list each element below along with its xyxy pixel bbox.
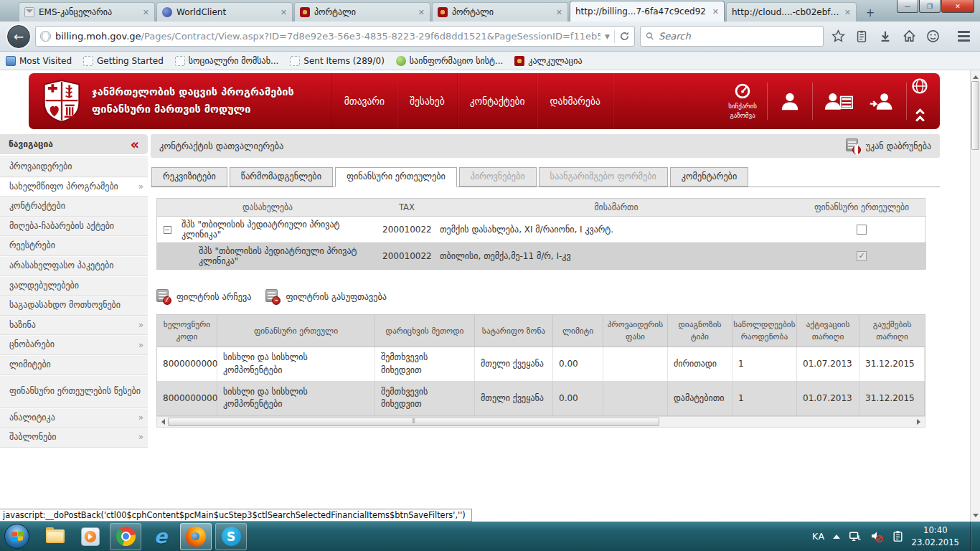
bookmark-item[interactable]: კალკულაცია [514,56,582,66]
scroll-up-arrow[interactable] [971,70,980,80]
bookmark-item[interactable]: სოციალური მომსახ... [175,56,279,66]
filter-clear-label: ფილტრის გასუფთავება [286,292,387,302]
downloads-icon[interactable] [876,27,895,46]
tab-close-icon[interactable] [556,8,562,17]
column-header: დასახელება [157,199,378,217]
search-input[interactable] [659,31,818,42]
tab-close-icon[interactable] [844,8,851,17]
back-doc-icon [846,138,861,154]
taskbar-media-player-button[interactable] [75,523,106,550]
new-tab-button[interactable] [861,4,880,22]
scrollbar-thumb[interactable] [168,418,659,426]
tab-representatives[interactable]: წარმომადგენლები [230,167,333,187]
sidebar-item-contracts[interactable]: კონტრაქტები [0,197,148,217]
network-icon[interactable] [848,530,862,543]
language-indicator[interactable]: KA [812,531,825,542]
horizontal-scrollbar[interactable] [156,416,925,428]
skype-icon: S [222,527,241,546]
taskbar-firefox-button[interactable] [180,523,212,550]
start-button[interactable] [4,524,29,549]
collapse-row-icon[interactable] [164,226,171,234]
profile-button[interactable] [768,90,812,112]
taskbar-ie-button[interactable]: e [145,523,176,550]
maximize-button[interactable] [919,0,941,13]
financial-units-checkbox[interactable] [857,225,867,235]
sidebar-item-financial-unit-rules[interactable]: ფინანსური ერთეულების წესები [0,375,148,408]
bookmark-item[interactable]: Getting Started [83,56,164,66]
bookmark-item[interactable]: Sent Items (289/0) [290,56,384,66]
nav-contacts[interactable]: კონტაქტები [458,73,538,129]
browser-tab[interactable]: http://cloud....-cb02ebf31f7c [726,2,857,22]
sidebar-item-liabilities[interactable]: ვალდებულებები [0,276,148,296]
collapse-sidebar-icon[interactable] [131,138,139,151]
tab-close-icon[interactable] [712,7,719,17]
tab-close-icon[interactable] [281,8,287,17]
bookmark-item[interactable]: Most Visited [6,56,72,66]
volume-muted-icon[interactable] [870,529,884,543]
filter-clear-button[interactable]: ფილტრის გასუფთავება [265,289,387,305]
clock-date: 23.02.2015 [912,537,959,549]
scroll-down-arrow[interactable] [971,512,980,522]
scroll-left-arrow[interactable] [157,418,166,426]
tab-comments[interactable]: კომენტარები [670,167,748,187]
filter-select-icon [156,289,171,305]
close-button[interactable] [941,0,974,13]
minimize-button[interactable] [897,0,918,13]
back-button[interactable] [7,25,30,48]
taskbar-skype-button[interactable]: S [215,523,247,550]
url-text[interactable]: billing.moh.gov.ge/Pages/Contract/View.a… [55,31,600,42]
url-dropdown-icon[interactable] [605,33,610,40]
scroll-top-button[interactable] [917,110,923,123]
tab-close-icon[interactable] [418,8,425,17]
nav-home[interactable]: მთავარი [331,73,397,129]
bookmark-item[interactable]: საინფორმაციო სისტ... [396,56,503,66]
filter-toolbar: ფილტრის არჩევა ფილტრის გასუფთავება [156,289,934,305]
tab-requisites[interactable]: რეკვიზიტები [151,167,227,187]
status-bar: javascript:__doPostBack('ctl00$cphConten… [0,509,472,522]
browser-tab[interactable]: WorldClient [156,2,293,22]
sidebar-item-treasury[interactable]: ხაზინა [0,316,148,336]
go-back-button[interactable]: უკან დაბრუნება [846,138,931,154]
browser-tab[interactable]: პორტალი [432,2,568,22]
scrollbar-thumb[interactable] [971,81,979,150]
sidebar-item-templates[interactable]: შაბლონები [0,428,148,448]
taskbar-chrome-button[interactable] [110,523,141,550]
sidebar-item-acceptance-acts[interactable]: მიღება-ჩაბარების აქტები [0,217,148,237]
user-details-button[interactable] [813,90,864,112]
filter-select-button[interactable]: ფილტრის არჩევა [156,289,251,305]
search-box[interactable] [640,26,824,47]
reload-icon[interactable] [619,31,630,42]
show-hidden-icons-arrow[interactable] [833,531,840,539]
scroll-right-arrow[interactable] [915,418,925,426]
home-icon[interactable] [900,27,918,46]
bookmarks-panel-icon[interactable] [852,27,871,46]
tab-financial-units[interactable]: ფინანსური ერთეულები [335,167,457,187]
menu-icon[interactable] [954,27,973,46]
action-center-icon[interactable] [892,530,904,543]
sidebar-item-analytics[interactable]: ანალიტიკა [0,408,148,428]
nav-about[interactable]: შესახებ [397,73,458,129]
sidebar-item-nonsalary-packages[interactable]: არასახელფასო პაკეტები [0,256,148,276]
browser-tab[interactable]: პორტალი [294,2,430,22]
taskbar-explorer-button[interactable] [39,523,71,550]
sidebar-item-limits[interactable]: ლიმიტები [0,355,148,375]
browser-tab[interactable]: EMS-კანცელარია [19,2,155,22]
language-globe-icon[interactable] [911,77,928,95]
sidebar-item-state-programs[interactable]: სახელმწიფო პროგრამები [0,177,148,197]
sidebar-item-references[interactable]: ცნობარები [0,335,148,355]
sidebar-item-payment-requests[interactable]: საგადასახდო მოთხოვნები [0,296,148,316]
vertical-scrollbar[interactable] [970,70,980,522]
tab-close-icon[interactable] [143,8,149,17]
speed-test-button[interactable]: სიჩქარის გაზომვა [718,82,767,121]
bookmark-star-icon[interactable] [829,27,847,46]
taskbar-clock[interactable]: 10:40 23.02.2015 [912,524,959,549]
nav-help[interactable]: დახმარება [537,73,613,129]
browser-tab-active[interactable]: http://billing...7-6fa47c9ced92 [570,1,725,22]
show-desktop-button[interactable] [970,522,977,551]
url-bar[interactable]: billing.moh.gov.ge/Pages/Contract/View.a… [35,26,635,47]
sidebar-item-registries[interactable]: რეესტრები [0,236,148,256]
logout-button[interactable] [864,90,906,112]
site-identity-icon[interactable] [40,31,51,42]
feedback-smiley-icon[interactable] [923,27,942,46]
sidebar-item-providers[interactable]: პროვაიდერები [0,157,148,177]
